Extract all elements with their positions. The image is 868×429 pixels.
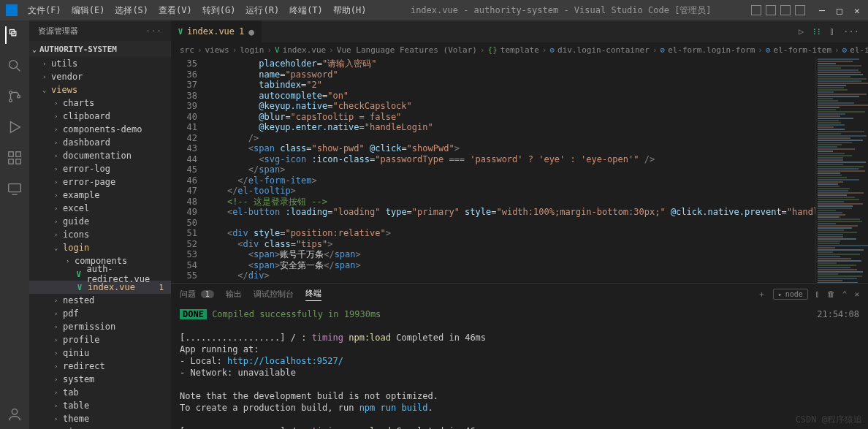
tree-item[interactable]: ›qiniu xyxy=(29,346,171,360)
menu-item[interactable]: 运行(R) xyxy=(241,3,283,18)
breadcrumb-item[interactable]: index.vue xyxy=(283,45,327,55)
tree-item[interactable]: ›clipboard xyxy=(29,110,171,123)
tree-item[interactable]: ›redirect xyxy=(29,360,171,373)
tree-item[interactable]: ›vendor xyxy=(29,70,171,83)
maximize-button[interactable]: □ xyxy=(834,5,845,15)
tab-modified-icon[interactable]: ● xyxy=(248,26,254,37)
tree-item[interactable]: ›permission xyxy=(29,320,171,333)
tree-item[interactable]: ⌄login xyxy=(29,241,171,254)
line-number: 54 xyxy=(171,260,197,271)
code-line: </el-form-item> xyxy=(206,175,815,186)
tab-terminal[interactable]: 终端 xyxy=(305,286,321,301)
minimap[interactable] xyxy=(815,57,868,283)
layout-customize-icon[interactable] xyxy=(795,5,805,15)
menu-item[interactable]: 终端(T) xyxy=(285,3,327,18)
tree-item[interactable]: ›system xyxy=(29,373,171,386)
tree-item[interactable]: ›example xyxy=(29,189,171,202)
tab-problems[interactable]: 问题 1 xyxy=(180,287,214,301)
breadcrumb-item[interactable]: template xyxy=(500,45,539,55)
explorer-icon[interactable] xyxy=(5,26,23,44)
run-debug-icon[interactable] xyxy=(6,118,23,136)
close-panel-icon[interactable]: ✕ xyxy=(854,289,859,299)
extensions-icon[interactable] xyxy=(6,149,23,167)
compare-icon[interactable]: ⫿ xyxy=(830,26,834,37)
chevron-right-icon: › xyxy=(54,218,63,225)
tab-output[interactable]: 输出 xyxy=(226,287,242,301)
tree-item[interactable]: ›profile xyxy=(29,333,171,346)
tree-item[interactable]: ›table xyxy=(29,399,171,412)
tree-item[interactable]: ›guide xyxy=(29,215,171,228)
vue-file-icon: V xyxy=(74,270,83,278)
tab-debug-console[interactable]: 调试控制台 xyxy=(254,287,294,301)
run-icon[interactable]: ▷ xyxy=(799,26,804,37)
breadcrumb-item[interactable]: el-input xyxy=(850,45,868,55)
line-number: 50 xyxy=(171,218,197,229)
svg-rect-12 xyxy=(9,184,21,192)
local-url[interactable]: http://localhost:9527/ xyxy=(227,356,343,366)
tree-item[interactable]: ›pdf xyxy=(29,307,171,320)
tree-item-label: dashboard xyxy=(63,137,110,148)
breadcrumb-item[interactable]: login xyxy=(240,45,264,55)
code-line: @blur="capsTooltip = false" xyxy=(206,112,815,123)
chevron-right-icon: › xyxy=(54,205,63,212)
tree-item-label: tab xyxy=(63,387,79,398)
code-editor[interactable]: placeholder="请输入密码" name="password" tabi… xyxy=(206,57,815,283)
tree-item[interactable]: ›dashboard xyxy=(29,136,171,149)
breadcrumb-item[interactable]: div.login-container xyxy=(557,45,650,55)
tab-index-vue[interactable]: V index.vue 1 ● xyxy=(171,20,262,42)
code-line: </div> xyxy=(206,270,815,281)
maximize-panel-icon[interactable]: ⌃ xyxy=(842,289,848,299)
tree-item[interactable]: ›documentation xyxy=(29,149,171,162)
breadcrumb-item[interactable]: Vue Language Features (Volar) xyxy=(337,45,477,55)
tree-item[interactable]: ›tab xyxy=(29,386,171,399)
tree-item[interactable]: Vauth-redirect.vue xyxy=(29,267,171,281)
layout-panel-left-icon[interactable] xyxy=(751,5,761,15)
split-terminal-icon[interactable]: ⫿ xyxy=(815,289,820,299)
tree-item[interactable]: ›nested xyxy=(29,294,171,307)
line-number: 49 xyxy=(171,207,197,218)
breadcrumb-item[interactable]: views xyxy=(205,45,229,55)
breadcrumb-item[interactable]: el-form-item xyxy=(774,45,831,55)
tree-item[interactable]: ›utils xyxy=(29,57,171,70)
minimize-button[interactable]: ─ xyxy=(817,5,827,15)
tree-item[interactable]: ›charts xyxy=(29,96,171,110)
breadcrumb-item[interactable]: src xyxy=(180,45,194,55)
menu-bar: 文件(F)编辑(E)选择(S)查看(V)转到(G)运行(R)终端(T)帮助(H) xyxy=(23,3,371,18)
menu-item[interactable]: 文件(F) xyxy=(23,3,66,18)
layout-panel-bottom-icon[interactable] xyxy=(766,5,776,15)
menu-item[interactable]: 转到(G) xyxy=(198,3,240,18)
tree-item[interactable]: ›error-log xyxy=(29,162,171,175)
close-button[interactable]: ✕ xyxy=(852,5,862,15)
tree-item[interactable]: ⌄views xyxy=(29,83,171,96)
split-editor-icon[interactable]: ⫶⫶ xyxy=(812,26,821,37)
kill-terminal-icon[interactable]: 🗑 xyxy=(827,289,835,299)
breadcrumb-item[interactable]: el-form.login-form xyxy=(668,45,755,55)
search-icon[interactable] xyxy=(6,57,23,75)
source-control-icon[interactable] xyxy=(6,88,23,105)
terminal-profile[interactable]: ▸node xyxy=(773,289,808,300)
code-line: <div class="tips"> xyxy=(206,239,815,250)
accounts-icon[interactable] xyxy=(6,406,23,423)
menu-item[interactable]: 选择(S) xyxy=(110,3,153,18)
svg-point-4 xyxy=(9,91,12,94)
sidebar-more-icon[interactable]: ··· xyxy=(145,26,162,36)
tree-item[interactable]: ›components-demo xyxy=(29,123,171,136)
more-actions-icon[interactable]: ··· xyxy=(843,26,859,37)
breadcrumbs[interactable]: src›views›login›V index.vue›Vue Language… xyxy=(171,42,868,57)
layout-panel-right-icon[interactable] xyxy=(780,5,791,15)
menu-item[interactable]: 查看(V) xyxy=(154,3,197,18)
remote-icon[interactable] xyxy=(6,180,23,197)
workspace-folder-header[interactable]: ⌄ AUTHORITY-SYSTEM xyxy=(29,41,171,57)
chevron-right-icon: › xyxy=(54,362,63,370)
menu-item[interactable]: 编辑(E) xyxy=(67,3,110,18)
menu-item[interactable]: 帮助(H) xyxy=(329,3,371,18)
tree-item[interactable]: ›excel xyxy=(29,202,171,215)
tree-item[interactable]: ›icons xyxy=(29,228,171,241)
tree-item[interactable]: ›error-page xyxy=(29,175,171,189)
code-line: name="password" xyxy=(206,69,815,80)
chevron-right-icon: › xyxy=(54,113,63,120)
tree-item[interactable]: ›theme xyxy=(29,412,171,425)
terminal-output[interactable]: DONE Compiled successfully in 19930ms21:… xyxy=(171,304,868,429)
new-terminal-icon[interactable]: ＋ xyxy=(758,289,766,300)
tree-item[interactable]: ›zip xyxy=(29,425,171,429)
